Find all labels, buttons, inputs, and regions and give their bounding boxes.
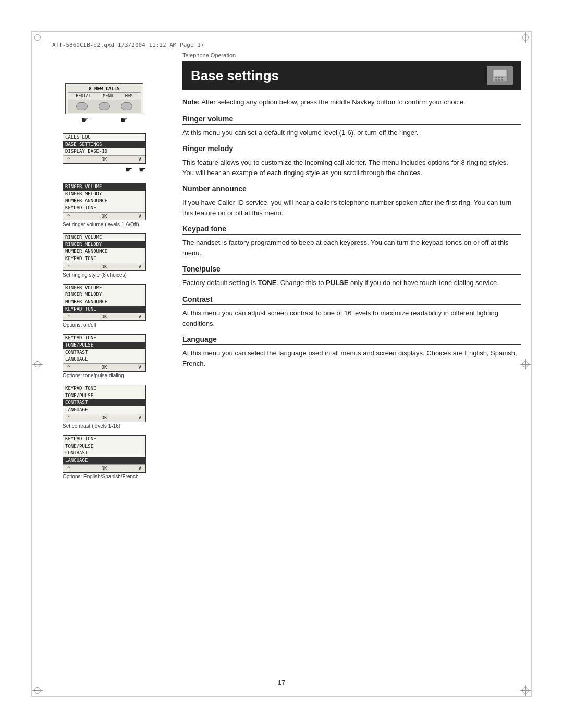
nav-down-7: V bbox=[139, 415, 141, 421]
lcd-screen-2: CALLS LOG BASE SETTINGS DISPLAY BASE-ID … bbox=[63, 133, 146, 164]
section-body-ringer-melody: This feature allows you to customize the… bbox=[182, 157, 521, 178]
diagram-8: KEYPAD TONE TONE/PULSE CONTRAST LANGUAGE… bbox=[63, 435, 146, 482]
diagram-5: RINGER VOLUME RINGER MELODY NUMBER ANNOU… bbox=[63, 284, 146, 330]
lcd-row-ringer-mel: RINGER MELODY bbox=[63, 191, 145, 198]
hand-pointer-2a: ☛ bbox=[125, 165, 132, 175]
section-heading-contrast: Contrast bbox=[182, 295, 521, 305]
btn-left[interactable] bbox=[76, 102, 88, 110]
lcd-row-display-baseid: DISPLAY BASE-ID bbox=[63, 148, 145, 155]
nav-down-4: V bbox=[139, 264, 141, 269]
section-label: Telephone Operation bbox=[182, 52, 521, 58]
lcd-row-lg7: LANGUAGE bbox=[63, 406, 145, 414]
lcd-row-na5: NUMBER ANNOUNCE bbox=[63, 299, 145, 306]
tone-bold: TONE bbox=[258, 279, 277, 287]
nav-ok-6: OK bbox=[102, 365, 107, 370]
svg-rect-3 bbox=[498, 77, 500, 78]
svg-rect-2 bbox=[495, 77, 497, 78]
btn-mid[interactable] bbox=[99, 102, 110, 110]
svg-rect-6 bbox=[498, 79, 500, 81]
section-body-number-announce: If you have Caller ID service, you will … bbox=[182, 198, 521, 218]
nav-down-8: V bbox=[139, 466, 141, 471]
title-box: Base settings bbox=[182, 61, 521, 90]
section-heading-language: Language bbox=[182, 335, 521, 345]
crosshair-top-left bbox=[32, 32, 43, 43]
nav-ok-8: OK bbox=[102, 466, 107, 471]
lcd-screen-4: RINGER VOLUME RINGER MELODY NUMBER ANNOU… bbox=[63, 233, 146, 271]
crosshair-bottom-left bbox=[32, 685, 43, 696]
hand-pointer-left: ☛ bbox=[81, 115, 89, 125]
page-title: Base settings bbox=[191, 68, 279, 84]
lcd-row-calls-log: CALLS LOG bbox=[63, 134, 145, 141]
svg-rect-4 bbox=[501, 77, 503, 78]
crosshair-top-right bbox=[520, 32, 531, 43]
left-column: 8 NEW CALLS REDIAL MENU MEM ☛ ☛ bbox=[42, 52, 167, 686]
diagram-7: KEYPAD TONE TONE/PULSE CONTRAST LANGUAGE… bbox=[63, 385, 146, 431]
lcd-row-rv5: RINGER VOLUME bbox=[63, 285, 145, 292]
diagram-2: CALLS LOG BASE SETTINGS DISPLAY BASE-ID … bbox=[63, 133, 146, 175]
pulse-bold: PULSE bbox=[326, 279, 348, 287]
lcd-row-lg6: LANGUAGE bbox=[63, 356, 145, 363]
lcd-row-base-settings: BASE SETTINGS bbox=[63, 141, 145, 149]
lcd-row-rm4: RINGER MELODY bbox=[63, 241, 145, 249]
lcd-row-ct8: CONTRAST bbox=[63, 450, 145, 457]
lcd-nav-5: ^ OK V bbox=[63, 313, 145, 320]
caption-4: Set ringing style (8 choices) bbox=[63, 272, 146, 278]
section-body-contrast: At this menu you can adjust screen contr… bbox=[182, 308, 521, 329]
lcd-nav-7: ^ OK V bbox=[63, 414, 145, 422]
section-heading-ringer-volume: Ringer volume bbox=[182, 115, 521, 125]
note-label: Note: bbox=[182, 98, 200, 106]
crosshair-mid-left bbox=[32, 359, 43, 369]
lcd-row-kt5: KEYPAD TONE bbox=[63, 306, 145, 313]
section-heading-number-announce: Number announce bbox=[182, 184, 521, 194]
lcd-screen-5: RINGER VOLUME RINGER MELODY NUMBER ANNOU… bbox=[63, 284, 146, 322]
lcd-row-keypad-tone: KEYPAD TONE bbox=[63, 205, 145, 212]
hand-pointer-2b: ☛ bbox=[139, 165, 146, 175]
svg-rect-7 bbox=[501, 79, 503, 81]
lcd-screen-3: RINGER VOLUME RINGER MELODY NUMBER ANNOU… bbox=[63, 183, 146, 220]
nav-ok-3: OK bbox=[102, 214, 107, 219]
section-body-language: At this menu you can select the language… bbox=[182, 348, 521, 369]
lcd-row-lg8: LANGUAGE bbox=[63, 457, 145, 464]
svg-rect-1 bbox=[494, 70, 506, 76]
lcd-row-tp7: TONE/PULSE bbox=[63, 392, 145, 400]
lcd-row-kt8: KEYPAD TONE bbox=[63, 436, 145, 443]
caption-8: Options: English/Spanish/French bbox=[63, 474, 146, 479]
section-heading-tone-pulse: Tone/pulse bbox=[182, 265, 521, 275]
lcd-row-kt7: KEYPAD TONE bbox=[63, 385, 145, 392]
lcd-row-na4: NUMBER ANNOUNCE bbox=[63, 248, 145, 255]
nav-down-6: V bbox=[139, 365, 141, 370]
svg-rect-5 bbox=[495, 79, 497, 81]
hand-pointers-2: ☛ ☛ bbox=[63, 165, 146, 175]
lcd-row-ct6: CONTRAST bbox=[63, 349, 145, 356]
lcd-nav-4: ^ OK V bbox=[63, 263, 145, 270]
diagram-3: RINGER VOLUME RINGER MELODY NUMBER ANNOU… bbox=[63, 183, 146, 229]
lcd-screen-6: KEYPAD TONE TONE/PULSE CONTRAST LANGUAGE… bbox=[63, 334, 146, 372]
lcd-nav-2: ^ OK V bbox=[63, 155, 145, 163]
btn-right[interactable] bbox=[121, 102, 132, 110]
section-body-keypad-tone: The handset is factory programmed to bee… bbox=[182, 238, 521, 258]
lcd-row-rv4: RINGER VOLUME bbox=[63, 234, 145, 241]
nav-ok-7: OK bbox=[102, 415, 107, 421]
nav-up-7: ^ bbox=[67, 415, 70, 421]
right-column: Telephone Operation Base settings bbox=[167, 52, 521, 686]
note-paragraph: Note: After selecting any option below, … bbox=[182, 97, 521, 107]
diagram-4: RINGER VOLUME RINGER MELODY NUMBER ANNOU… bbox=[63, 233, 146, 280]
nav-down-5: V bbox=[139, 314, 141, 319]
section-body-ringer-volume: At this menu you can set a default ring … bbox=[182, 128, 521, 138]
hand-pointers-1: ☛ ☛ bbox=[65, 115, 143, 125]
lcd-nav-6: ^ OK V bbox=[63, 363, 145, 371]
lcd-top-bar-1: 8 NEW CALLS bbox=[68, 85, 141, 93]
crosshair-mid-right bbox=[520, 359, 531, 369]
note-text: After selecting any option below, press … bbox=[201, 98, 466, 106]
phone-svg bbox=[492, 68, 508, 83]
lcd-row-kt4: KEYPAD TONE bbox=[63, 255, 145, 263]
section-heading-keypad-tone: Keypad tone bbox=[182, 225, 521, 235]
lcd-screen-7: KEYPAD TONE TONE/PULSE CONTRAST LANGUAGE… bbox=[63, 385, 146, 422]
lcd-row-num-ann: NUMBER ANNOUNCE bbox=[63, 198, 145, 205]
section-heading-ringer-melody: Ringer melody bbox=[182, 144, 521, 154]
nav-up-2: ^ bbox=[67, 157, 70, 162]
nav-down-3: V bbox=[139, 214, 141, 219]
phone-display-1: 8 NEW CALLS REDIAL MENU MEM bbox=[65, 83, 143, 114]
caption-7: Set contrast (levels 1-16) bbox=[63, 423, 146, 429]
content-area: 8 NEW CALLS REDIAL MENU MEM ☛ ☛ bbox=[42, 52, 521, 686]
